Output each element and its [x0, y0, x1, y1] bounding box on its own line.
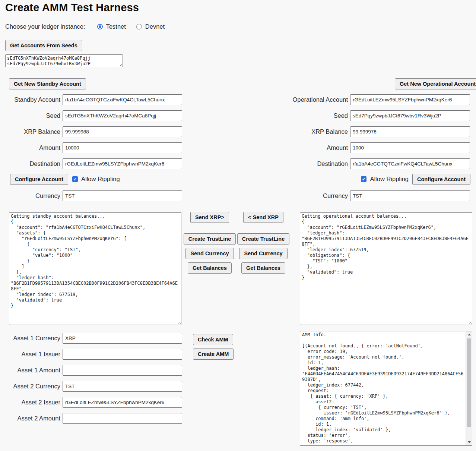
standby-results-output[interactable]: Getting standby account balances... { "a…: [9, 212, 181, 325]
operational-destination-label: Destination: [285, 160, 350, 167]
seeds-textarea[interactable]: sEdTG5nXThKWZoV2aqrh47oMCa8Pqjj sEd7Pqy9…: [5, 54, 123, 67]
operational-create-trustline-button[interactable]: Create TrustLine: [237, 233, 289, 245]
amm-info-output[interactable]: AMM Info: [(Account not found., { error:…: [300, 331, 472, 446]
asset1-issuer-label: Asset 1 Issuer: [0, 351, 63, 358]
operational-seed-label: Seed: [285, 112, 350, 119]
asset2-currency-label: Asset 2 Currency: [0, 383, 63, 390]
operational-xrp-balance-field[interactable]: [350, 126, 470, 137]
standby-amount-field[interactable]: [63, 142, 182, 153]
asset1-issuer-field[interactable]: [63, 349, 182, 360]
standby-allow-rippling-label: Allow Rippling: [81, 176, 120, 183]
operational-account-field[interactable]: [350, 94, 470, 105]
standby-configure-account-button[interactable]: Configure Account: [10, 174, 68, 185]
operational-xrp-balance-label: XRP Balance: [285, 128, 350, 135]
asset2-issuer-label: Asset 2 Issuer: [0, 399, 63, 406]
standby-actions: Send XRP> Create TrustLine Send Currency…: [184, 212, 236, 274]
get-accounts-from-seeds-button[interactable]: Get Accounts From Seeds: [5, 40, 82, 51]
create-amm-button[interactable]: Create AMM: [193, 348, 234, 360]
operational-seed-field[interactable]: [350, 110, 470, 121]
operational-currency-label: Currency: [285, 192, 350, 199]
operational-send-currency-button[interactable]: Send Currency: [239, 248, 287, 259]
standby-amount-label: Amount: [0, 144, 63, 151]
page-title: Create AMM Test Harness: [5, 1, 139, 14]
devnet-radio[interactable]: [136, 24, 142, 29]
standby-seed-label: Seed: [0, 112, 63, 119]
amm-actions: Check AMM Create AMM: [193, 334, 234, 360]
operational-account-label: Operational Account: [285, 96, 350, 103]
asset2-amount-field[interactable]: [63, 413, 182, 424]
standby-xrp-balance-label: XRP Balance: [0, 128, 63, 135]
operational-destination-field[interactable]: [350, 158, 470, 169]
radio-option-testnet[interactable]: Testnet: [97, 23, 126, 30]
operational-amount-label: Amount: [285, 144, 350, 151]
standby-allow-rippling-checkbox[interactable]: ✓: [72, 176, 78, 182]
create-amm-test-harness-page: Create AMM Test Harness Choose your ledg…: [0, 0, 476, 451]
testnet-radio[interactable]: [97, 24, 103, 29]
asset2-issuer-field[interactable]: [63, 397, 182, 408]
operational-configure-account-button[interactable]: Configure Account: [412, 174, 470, 185]
standby-destination-label: Destination: [0, 160, 63, 167]
operational-results-output[interactable]: Getting operational account balances... …: [300, 212, 472, 325]
asset1-amount-label: Asset 1 Amount: [0, 367, 63, 374]
operational-amount-field[interactable]: [350, 142, 470, 153]
get-new-operational-account-button[interactable]: Get New Operational Account: [395, 78, 476, 89]
check-amm-button[interactable]: Check AMM: [193, 334, 233, 345]
operational-allow-rippling-checkbox[interactable]: ✓: [361, 176, 366, 182]
asset1-currency-field[interactable]: [63, 333, 182, 344]
send-xrp-to-operational-button[interactable]: Send XRP>: [190, 212, 229, 223]
send-xrp-to-standby-button[interactable]: < Send XRP: [243, 212, 283, 223]
check-icon: ✓: [73, 177, 77, 181]
asset1-currency-label: Asset 1 Currency: [0, 335, 63, 342]
standby-send-currency-button[interactable]: Send Currency: [185, 248, 234, 259]
operational-get-balances-button[interactable]: Get Balances: [241, 262, 285, 274]
standby-get-balances-button[interactable]: Get Balances: [188, 262, 232, 274]
operational-allow-rippling-label: Allow Rippling: [370, 176, 409, 183]
devnet-radio-label: Devnet: [145, 23, 165, 30]
asset1-amount-field[interactable]: [63, 365, 182, 376]
operational-currency-field[interactable]: [350, 190, 470, 201]
asset2-currency-field[interactable]: [63, 381, 182, 392]
check-icon: ✓: [362, 177, 366, 181]
scrollbar-thumb[interactable]: [467, 338, 471, 427]
amm-info-scrollbar[interactable]: [466, 331, 472, 445]
standby-create-trustline-button[interactable]: Create TrustLine: [184, 233, 236, 245]
scroll-down-icon[interactable]: [466, 439, 472, 445]
scroll-up-icon[interactable]: [466, 331, 472, 338]
standby-xrp-balance-field[interactable]: [63, 126, 182, 137]
standby-currency-field[interactable]: [63, 190, 182, 201]
get-new-standby-account-button[interactable]: Get New Standby Account: [9, 78, 86, 89]
standby-seed-field[interactable]: [63, 110, 182, 121]
ledger-instance-chooser: Choose your ledger instance: Testnet Dev…: [5, 23, 175, 30]
standby-account-label: Standby Account: [0, 96, 63, 103]
standby-account-field[interactable]: [63, 94, 182, 105]
operational-actions: < Send XRP Create TrustLine Send Currenc…: [237, 212, 289, 274]
testnet-radio-label: Testnet: [106, 23, 126, 30]
radio-option-devnet[interactable]: Devnet: [136, 23, 165, 30]
amm-info-text: AMM Info: [(Account not found., { error:…: [300, 331, 466, 445]
standby-destination-field[interactable]: [63, 158, 182, 169]
ledger-instance-label: Choose your ledger instance:: [5, 23, 85, 30]
standby-currency-label: Currency: [0, 192, 63, 199]
asset2-amount-label: Asset 2 Amount: [0, 415, 63, 422]
